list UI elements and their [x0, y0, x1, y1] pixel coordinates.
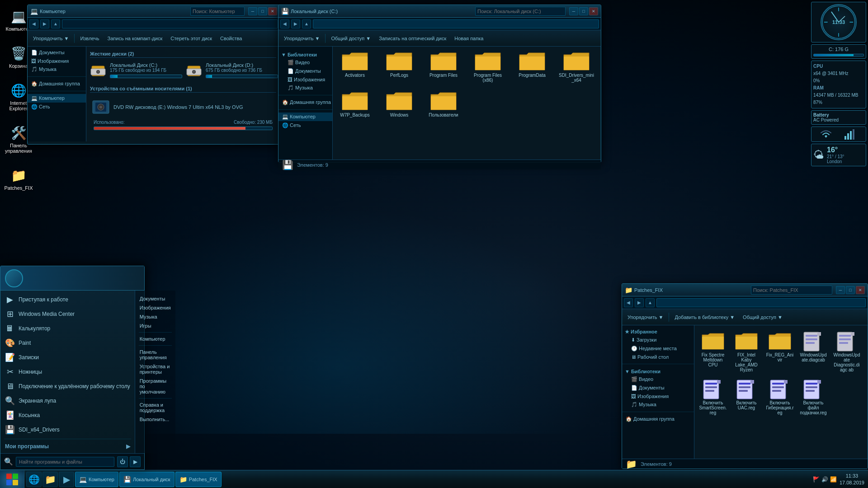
sidebar-item-homegroup[interactable]: 🏠 Домашняя группа — [28, 80, 86, 88]
computer-up-btn[interactable]: ▲ — [51, 19, 60, 28]
start-item-rdesktop[interactable]: 🖥 Подключение к удалённому рабочему стол… — [0, 379, 135, 394]
sidebar-item-music[interactable]: 🎵 Музыка — [28, 65, 86, 74]
folder-sdi[interactable]: SDI_Drivers_mini_x64 — [556, 48, 597, 84]
disk-sidebar-homegroup[interactable]: 🏠 Домашняя группа — [278, 98, 332, 107]
taskbar-media-btn[interactable]: ▶ — [59, 472, 74, 487]
file-winupdate-diag[interactable]: WindowsUpdate Diagnostic.diagc ab — [831, 328, 863, 374]
disk-address-input[interactable] — [313, 19, 599, 28]
patches-sidebar-video[interactable]: 🎬 Видео — [622, 375, 694, 384]
taskbar-network-icon[interactable]: 📶 — [830, 476, 837, 483]
computer-forward-btn[interactable]: ▶ — [40, 19, 49, 28]
patches-sidebar-desktop[interactable]: 🖥 Рабочий стол — [622, 353, 694, 361]
patches-address-input[interactable] — [656, 298, 866, 307]
start-right-defaults[interactable]: Программы по умолчанию — [135, 376, 175, 396]
disk-sidebar-docs[interactable]: 📄 Документы — [278, 67, 332, 75]
patches-back-btn[interactable]: ◀ — [624, 298, 633, 307]
computer-organize-btn[interactable]: Упорядочить ▼ — [29, 35, 72, 42]
patches-sidebar-recent[interactable]: 🕐 Недавние места — [622, 344, 694, 353]
disk-minimize-btn[interactable]: ─ — [569, 7, 578, 15]
start-right-help[interactable]: Справка и поддержка — [135, 400, 175, 415]
patches-favorites-section[interactable]: ★ Избранное — [622, 327, 694, 336]
file-winupdate-cab[interactable]: WindowsUpdate.diagcab — [797, 328, 829, 374]
file-pagefile[interactable]: Включить файл подкачки.reg — [797, 376, 829, 417]
computer-erase-btn[interactable]: Стереть этот диск — [167, 35, 216, 42]
start-item-myprograms[interactable]: Мои программы ▶ — [0, 441, 135, 452]
start-item-calc[interactable]: 🖩 Калькулятор — [0, 321, 135, 336]
disk-titlebar[interactable]: 💾 Локальный диск (C:) ─ □ ✕ — [278, 5, 601, 18]
patches-forward-btn[interactable]: ▶ — [635, 298, 644, 307]
disk-sidebar-computer[interactable]: 💻 Компьютер — [278, 113, 332, 121]
folder-activators[interactable]: Activators — [335, 48, 375, 84]
folder-backups[interactable]: W7P_Backups — [335, 88, 375, 119]
disk-sidebar-music[interactable]: 🎵 Музыка — [278, 84, 332, 92]
disk-maximize-btn[interactable]: □ — [579, 7, 588, 15]
patches-sidebar-downloads[interactable]: ⬇ Загрузки — [622, 336, 694, 344]
start-right-control[interactable]: Панель управления — [135, 347, 175, 362]
patches-up-btn[interactable]: ▲ — [646, 298, 655, 307]
disk-back-btn[interactable]: ◀ — [280, 19, 289, 28]
folder-programdata[interactable]: ProgramData — [512, 48, 552, 84]
folder-perflogs[interactable]: PerfLogs — [379, 48, 420, 84]
start-item-sdi[interactable]: 💾 SDI_x64_Drivers — [0, 422, 135, 437]
start-item-wmc[interactable]: ⊞ Windows Media Center — [0, 307, 135, 321]
shutdown-arrow-btn[interactable]: ▶ — [130, 456, 141, 467]
patches-organize-btn[interactable]: Упорядочить ▼ — [624, 314, 667, 321]
computer-props-btn[interactable]: Свойства — [217, 35, 245, 42]
patches-maximize-btn[interactable]: □ — [846, 286, 855, 294]
sidebar-item-computer[interactable]: 💻 Компьютер — [28, 94, 86, 103]
start-right-computer[interactable]: Компьютер — [135, 334, 175, 343]
disk-close-btn[interactable]: ✕ — [589, 7, 598, 15]
disk-share-btn[interactable]: Общий доступ ▼ — [327, 35, 374, 42]
taskbar-computer-btn[interactable]: 💻 Компьютер — [75, 472, 118, 487]
patches-close-btn[interactable]: ✕ — [856, 286, 865, 294]
disk-organize-btn[interactable]: Упорядочить ▼ — [280, 35, 323, 42]
patches-sidebar-images[interactable]: 🖼 Изображения — [622, 392, 694, 400]
computer-address-input[interactable] — [62, 19, 278, 28]
start-item-solitaire[interactable]: 🃏 Косынка — [0, 408, 135, 422]
taskbar-ie-btn[interactable]: 🌐 — [26, 472, 42, 487]
patches-titlebar[interactable]: 📁 Patches_FIX ─ □ ✕ — [622, 284, 868, 296]
dvd-drive-item[interactable]: DVD RW дисковод (E:) Windows 7 Ultim x64… — [90, 97, 276, 117]
sidebar-item-docs[interactable]: 📄 Документы — [28, 48, 86, 57]
file-fix-spectre[interactable]: Fix Spectre Meltdown CPU — [697, 328, 729, 374]
disk-sidebar-video[interactable]: 🎬 Видео — [278, 58, 332, 67]
start-search-input[interactable] — [16, 457, 114, 467]
taskbar-patches-btn[interactable]: 📁 Patches_FIX — [175, 472, 222, 487]
start-right-music[interactable]: Музыка — [135, 312, 175, 321]
start-item-stickynotes[interactable]: 📝 Записки — [0, 350, 135, 365]
disk-newfolder-btn[interactable]: Новая папка — [451, 35, 487, 42]
start-right-games[interactable]: Игры — [135, 321, 175, 330]
file-fix-intel[interactable]: FIX_Intel Kaby Lake_AMD Ryzen — [731, 328, 762, 374]
file-smartscreen[interactable]: Включить SmartScreen.reg — [697, 376, 729, 417]
disk-lib-section[interactable]: ▼ Библиотеки — [278, 50, 332, 58]
start-button[interactable] — [0, 470, 24, 488]
patches-share-btn[interactable]: Общий доступ ▼ — [739, 314, 786, 321]
patches-addlib-btn[interactable]: Добавить в библиотеку ▼ — [671, 314, 738, 321]
disk-burn-btn[interactable]: Записать на оптический диск — [375, 35, 450, 42]
computer-maximize-btn[interactable]: □ — [258, 7, 267, 15]
taskbar-speaker-icon[interactable]: 🔊 — [821, 476, 828, 483]
drive-d[interactable]: Локальный Диск (D:) 675 ГБ свободно из 7… — [186, 62, 276, 80]
computer-search-input[interactable] — [190, 7, 245, 16]
start-item-scissors[interactable]: ✂ Ножницы — [0, 365, 135, 379]
sidebar-item-network[interactable]: 🌐 Сеть — [28, 103, 86, 111]
patches-minimize-btn[interactable]: ─ — [836, 286, 845, 294]
patches-sidebar-docs[interactable]: 📄 Документы — [622, 384, 694, 392]
start-item-getstarted[interactable]: ▶ Приступая к работе — [0, 292, 135, 307]
folder-users[interactable]: Пользователи — [423, 88, 464, 119]
patches-lib-section[interactable]: ▼ Библиотеки — [622, 367, 694, 375]
patches-sidebar-homegroup[interactable]: 🏠 Домашняя группа — [622, 415, 694, 423]
start-right-devices[interactable]: Устройства и принтеры — [135, 362, 175, 376]
file-hibernation[interactable]: Включить Гибернация.reg — [764, 376, 796, 417]
file-uac[interactable]: Включить UAC.reg — [731, 376, 762, 417]
taskbar-clock[interactable]: 11:33 17.08.2019 — [840, 473, 864, 486]
computer-titlebar[interactable]: 💻 Компьютер ─ □ ✕ — [28, 5, 280, 18]
start-item-paint[interactable]: 🎨 Paint — [0, 336, 135, 350]
file-fix-reg[interactable]: Fix_REG_Anivir — [764, 328, 796, 374]
folder-progfiles86[interactable]: Program Files (x86) — [467, 48, 508, 84]
start-item-magnifier[interactable]: 🔍 Экранная лупа — [0, 394, 135, 408]
computer-minimize-btn[interactable]: ─ — [248, 7, 257, 15]
disk-sidebar-images[interactable]: 🖼 Изображения — [278, 75, 332, 84]
patches-sidebar-music[interactable]: 🎵 Музыка — [622, 400, 694, 409]
computer-back-btn[interactable]: ◀ — [29, 19, 38, 28]
